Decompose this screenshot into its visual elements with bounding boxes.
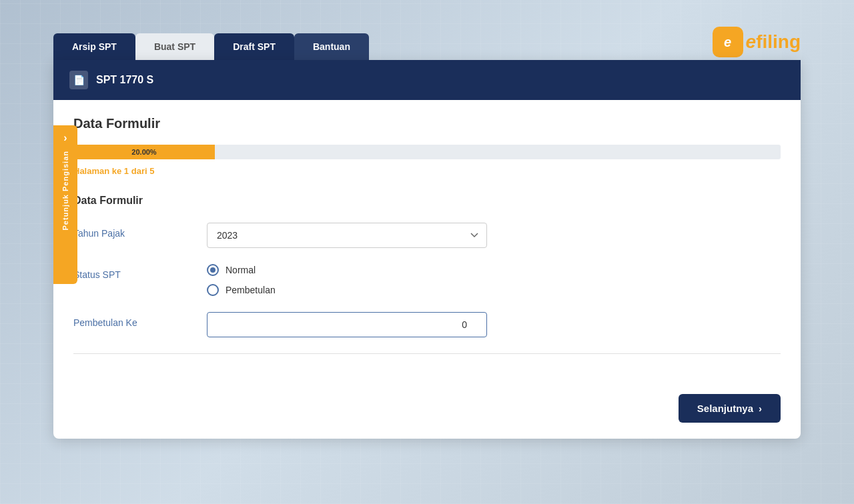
side-panel-label: Petunjuk Pengisian [61, 151, 69, 230]
radio-pembetulan-button[interactable] [207, 284, 219, 296]
pembetulan-ke-row: Pembetulan Ke [73, 312, 781, 337]
next-button-arrow-icon: › [759, 403, 762, 414]
tab-buat-spt[interactable]: Buat SPT [135, 33, 214, 60]
main-container: 📄 SPT 1770 S Data Formulir 20.00% Halama… [53, 60, 801, 439]
form-content: Data Formulir 20.00% Halaman ke 1 dari 5… [53, 100, 801, 383]
form-divider [73, 353, 781, 354]
form-footer: Selanjutnya › [53, 383, 801, 439]
tab-arsip-spt[interactable]: Arsip SPT [53, 33, 135, 60]
radio-normal[interactable]: Normal [207, 264, 781, 276]
pembetulan-ke-label: Pembetulan Ke [73, 312, 207, 328]
next-button[interactable]: Selanjutnya › [679, 394, 781, 423]
status-spt-radio-group: Normal Pembetulan [207, 264, 781, 296]
section-title: Data Formulir [73, 195, 781, 207]
spt-header-icon: 📄 [69, 71, 88, 89]
spt-header-title: SPT 1770 S [96, 74, 153, 86]
spt-header: 📄 SPT 1770 S [53, 60, 801, 100]
side-panel-arrow-icon: › [63, 132, 67, 144]
tahun-pajak-label: Tahun Pajak [73, 223, 207, 239]
page-info: Halaman ke 1 dari 5 [73, 166, 781, 176]
radio-pembetulan-label: Pembetulan [226, 285, 276, 295]
top-navigation: Arsip SPT Buat SPT Draft SPT Bantuan e e… [0, 0, 854, 60]
radio-normal-button[interactable] [207, 264, 219, 276]
side-panel-petunjuk[interactable]: › Petunjuk Pengisian [53, 125, 77, 284]
logo-highlight: e [746, 31, 757, 52]
status-spt-input-area: Normal Pembetulan [207, 264, 781, 296]
radio-pembetulan[interactable]: Pembetulan [207, 284, 781, 296]
logo-text: efiling [746, 31, 801, 53]
tab-bantuan[interactable]: Bantuan [294, 33, 369, 60]
logo-icon: e [713, 27, 743, 57]
next-button-label: Selanjutnya [697, 403, 753, 414]
radio-normal-label: Normal [226, 265, 256, 275]
tahun-pajak-input-area: 2020 2021 2022 2023 2024 [207, 223, 781, 248]
page-title: Data Formulir [73, 116, 781, 131]
logo-name: filing [756, 31, 801, 52]
progress-bar-container: 20.00% [73, 145, 781, 159]
tab-draft-spt[interactable]: Draft SPT [214, 33, 294, 60]
tahun-pajak-select[interactable]: 2020 2021 2022 2023 2024 [207, 223, 487, 248]
progress-bar: 20.00% [73, 145, 215, 159]
status-spt-row: Status SPT Normal Pembetulan [73, 264, 781, 296]
nav-tabs: Arsip SPT Buat SPT Draft SPT Bantuan [53, 33, 369, 60]
pembetulan-ke-input-area [207, 312, 781, 337]
pembetulan-ke-input[interactable] [207, 312, 487, 337]
tahun-pajak-row: Tahun Pajak 2020 2021 2022 2023 2024 [73, 223, 781, 248]
logo-letter: e [724, 35, 731, 50]
status-spt-label: Status SPT [73, 264, 207, 280]
radio-normal-dot [210, 267, 216, 273]
logo: e efiling [713, 27, 801, 57]
progress-label: 20.00% [131, 148, 156, 156]
